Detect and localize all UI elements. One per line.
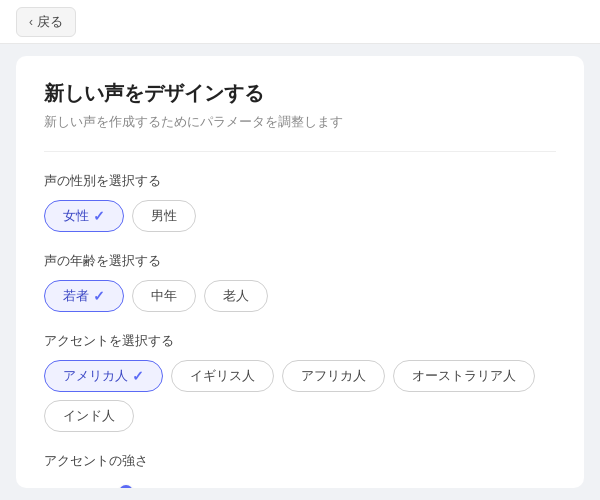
- section-divider: [44, 151, 556, 152]
- age-label: 声の年齢を選択する: [44, 252, 556, 270]
- age-elder-label: 老人: [223, 287, 249, 305]
- accent-toggle-group: アメリカ人 ✓ イギリス人 アフリカ人 オーストラリア人 インド人: [44, 360, 556, 432]
- accent-australian-label: オーストラリア人: [412, 367, 516, 385]
- main-content: 新しい声をデザインする 新しい声を作成するためにパラメータを調整します 声の性別…: [16, 56, 584, 488]
- age-young-btn[interactable]: 若者 ✓: [44, 280, 124, 312]
- age-middle-btn[interactable]: 中年: [132, 280, 196, 312]
- accent-british-btn[interactable]: イギリス人: [171, 360, 274, 392]
- gender-label: 声の性別を選択する: [44, 172, 556, 190]
- american-check-icon: ✓: [132, 368, 144, 384]
- accent-american-btn[interactable]: アメリカ人 ✓: [44, 360, 163, 392]
- accent-section: アクセントを選択する アメリカ人 ✓ イギリス人 アフリカ人 オーストラリア人 …: [44, 332, 556, 432]
- accent-african-label: アフリカ人: [301, 367, 366, 385]
- young-check-icon: ✓: [93, 288, 105, 304]
- age-young-label: 若者: [63, 287, 89, 305]
- gender-female-btn[interactable]: 女性 ✓: [44, 200, 124, 232]
- accent-label: アクセントを選択する: [44, 332, 556, 350]
- gender-male-btn[interactable]: 男性: [132, 200, 196, 232]
- age-section: 声の年齢を選択する 若者 ✓ 中年 老人: [44, 252, 556, 312]
- accent-american-label: アメリカ人: [63, 367, 128, 385]
- page-title: 新しい声をデザインする: [44, 80, 556, 107]
- back-button[interactable]: ‹ 戻る: [16, 7, 76, 37]
- age-middle-label: 中年: [151, 287, 177, 305]
- top-bar: ‹ 戻る: [0, 0, 600, 44]
- accent-australian-btn[interactable]: オーストラリア人: [393, 360, 535, 392]
- gender-female-label: 女性: [63, 207, 89, 225]
- back-chevron-icon: ‹: [29, 15, 33, 29]
- accent-strength-section: アクセントの強さ 低い 高い: [44, 452, 556, 488]
- accent-british-label: イギリス人: [190, 367, 255, 385]
- accent-strength-label: アクセントの強さ: [44, 452, 556, 470]
- gender-section: 声の性別を選択する 女性 ✓ 男性: [44, 172, 556, 232]
- back-label: 戻る: [37, 13, 63, 31]
- age-toggle-group: 若者 ✓ 中年 老人: [44, 280, 556, 312]
- gender-male-label: 男性: [151, 207, 177, 225]
- accent-african-btn[interactable]: アフリカ人: [282, 360, 385, 392]
- female-check-icon: ✓: [93, 208, 105, 224]
- accent-indian-btn[interactable]: インド人: [44, 400, 134, 432]
- age-elder-btn[interactable]: 老人: [204, 280, 268, 312]
- accent-indian-label: インド人: [63, 407, 115, 425]
- page-subtitle: 新しい声を作成するためにパラメータを調整します: [44, 113, 556, 131]
- page-wrapper: ‹ 戻る 新しい声をデザインする 新しい声を作成するためにパラメータを調整します…: [0, 0, 600, 500]
- gender-toggle-group: 女性 ✓ 男性: [44, 200, 556, 232]
